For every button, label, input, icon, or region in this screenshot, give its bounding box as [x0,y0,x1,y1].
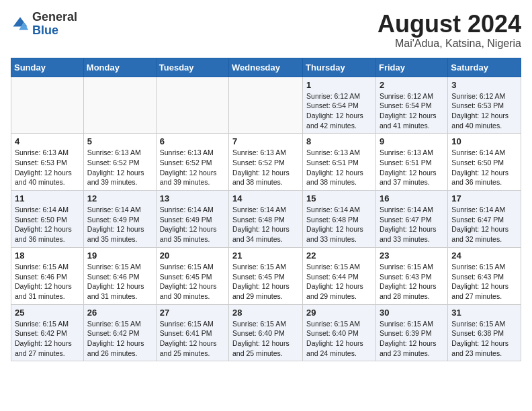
day-detail: Sunrise: 6:15 AM Sunset: 6:41 PM Dayligh… [160,319,225,359]
calendar-cell: 8Sunrise: 6:13 AM Sunset: 6:51 PM Daylig… [303,134,376,191]
day-number: 24 [451,250,517,261]
day-detail: Sunrise: 6:14 AM Sunset: 6:50 PM Dayligh… [15,205,80,244]
header: General Blue August 2024 Mai'Adua, Katsi… [11,11,521,50]
location: Mai'Adua, Katsina, Nigeria [378,38,521,50]
weekday-header-sunday: Sunday [11,58,84,77]
weekday-row: SundayMondayTuesdayWednesdayThursdayFrid… [11,58,521,77]
logo-general-text: General [32,10,77,24]
title-area: August 2024 Mai'Adua, Katsina, Nigeria [378,11,521,50]
calendar-cell: 20Sunrise: 6:15 AM Sunset: 6:45 PM Dayli… [156,247,228,304]
calendar-cell: 3Sunrise: 6:12 AM Sunset: 6:53 PM Daylig… [448,77,521,134]
calendar-cell: 22Sunrise: 6:15 AM Sunset: 6:44 PM Dayli… [303,247,376,304]
day-number: 5 [87,136,152,146]
day-number: 14 [232,193,299,203]
calendar-cell: 18Sunrise: 6:15 AM Sunset: 6:46 PM Dayli… [11,247,84,304]
day-number: 12 [87,193,152,203]
calendar-cell: 2Sunrise: 6:12 AM Sunset: 6:54 PM Daylig… [375,77,447,134]
calendar-cell: 27Sunrise: 6:15 AM Sunset: 6:41 PM Dayli… [156,304,228,361]
day-number: 28 [232,308,299,318]
calendar-cell: 14Sunrise: 6:14 AM Sunset: 6:48 PM Dayli… [229,191,303,248]
day-number: 22 [306,250,372,261]
calendar-cell: 5Sunrise: 6:13 AM Sunset: 6:52 PM Daylig… [83,134,156,191]
calendar-cell: 16Sunrise: 6:14 AM Sunset: 6:47 PM Dayli… [375,191,447,248]
calendar-cell: 21Sunrise: 6:15 AM Sunset: 6:45 PM Dayli… [229,247,303,304]
calendar-cell: 26Sunrise: 6:15 AM Sunset: 6:42 PM Dayli… [83,304,156,361]
weekday-header-thursday: Thursday [303,58,376,77]
day-detail: Sunrise: 6:15 AM Sunset: 6:42 PM Dayligh… [87,319,152,359]
calendar-cell: 31Sunrise: 6:15 AM Sunset: 6:38 PM Dayli… [448,304,521,361]
calendar-cell: 10Sunrise: 6:14 AM Sunset: 6:50 PM Dayli… [448,134,521,191]
calendar-cell: 13Sunrise: 6:14 AM Sunset: 6:49 PM Dayli… [156,191,228,248]
day-detail: Sunrise: 6:13 AM Sunset: 6:52 PM Dayligh… [87,148,152,187]
weekday-header-friday: Friday [375,58,447,77]
day-detail: Sunrise: 6:15 AM Sunset: 6:45 PM Dayligh… [160,262,225,302]
logo-blue-text: Blue [32,24,58,37]
day-detail: Sunrise: 6:15 AM Sunset: 6:43 PM Dayligh… [380,262,444,302]
calendar-cell: 25Sunrise: 6:15 AM Sunset: 6:42 PM Dayli… [11,304,84,361]
day-number: 3 [451,80,517,90]
day-detail: Sunrise: 6:14 AM Sunset: 6:50 PM Dayligh… [451,148,517,187]
calendar-cell: 23Sunrise: 6:15 AM Sunset: 6:43 PM Dayli… [375,247,447,304]
day-detail: Sunrise: 6:14 AM Sunset: 6:47 PM Dayligh… [451,205,517,244]
day-detail: Sunrise: 6:13 AM Sunset: 6:53 PM Dayligh… [15,148,80,187]
day-detail: Sunrise: 6:12 AM Sunset: 6:54 PM Dayligh… [380,91,444,131]
calendar-cell: 1Sunrise: 6:12 AM Sunset: 6:54 PM Daylig… [303,77,376,134]
day-number: 31 [451,308,517,318]
week-row-4: 18Sunrise: 6:15 AM Sunset: 6:46 PM Dayli… [11,247,521,304]
calendar-cell [11,77,84,134]
calendar-cell: 9Sunrise: 6:13 AM Sunset: 6:51 PM Daylig… [375,134,447,191]
day-number: 2 [380,80,444,90]
calendar-cell [156,77,228,134]
day-number: 26 [87,308,152,318]
calendar-cell [229,77,303,134]
day-detail: Sunrise: 6:13 AM Sunset: 6:52 PM Dayligh… [232,148,299,187]
day-detail: Sunrise: 6:13 AM Sunset: 6:51 PM Dayligh… [306,148,372,187]
calendar-cell: 6Sunrise: 6:13 AM Sunset: 6:52 PM Daylig… [156,134,228,191]
calendar-cell: 7Sunrise: 6:13 AM Sunset: 6:52 PM Daylig… [229,134,303,191]
week-row-3: 11Sunrise: 6:14 AM Sunset: 6:50 PM Dayli… [11,191,521,248]
day-detail: Sunrise: 6:15 AM Sunset: 6:40 PM Dayligh… [232,319,299,359]
calendar-cell: 12Sunrise: 6:14 AM Sunset: 6:49 PM Dayli… [83,191,156,248]
calendar-header: SundayMondayTuesdayWednesdayThursdayFrid… [11,58,521,77]
day-detail: Sunrise: 6:15 AM Sunset: 6:43 PM Dayligh… [451,262,517,302]
weekday-header-saturday: Saturday [448,58,521,77]
day-number: 13 [160,193,225,203]
calendar-cell: 17Sunrise: 6:14 AM Sunset: 6:47 PM Dayli… [448,191,521,248]
day-detail: Sunrise: 6:15 AM Sunset: 6:46 PM Dayligh… [87,262,152,302]
weekday-header-tuesday: Tuesday [156,58,228,77]
day-detail: Sunrise: 6:15 AM Sunset: 6:40 PM Dayligh… [306,319,372,359]
calendar-cell: 4Sunrise: 6:13 AM Sunset: 6:53 PM Daylig… [11,134,84,191]
day-number: 21 [232,250,299,261]
day-number: 29 [306,308,372,318]
day-detail: Sunrise: 6:13 AM Sunset: 6:52 PM Dayligh… [160,148,225,187]
calendar-cell: 11Sunrise: 6:14 AM Sunset: 6:50 PM Dayli… [11,191,84,248]
calendar-body: 1Sunrise: 6:12 AM Sunset: 6:54 PM Daylig… [11,77,521,361]
calendar-cell: 29Sunrise: 6:15 AM Sunset: 6:40 PM Dayli… [303,304,376,361]
day-detail: Sunrise: 6:15 AM Sunset: 6:42 PM Dayligh… [15,319,80,359]
calendar-cell [83,77,156,134]
month-year: August 2024 [378,11,521,38]
calendar-cell: 24Sunrise: 6:15 AM Sunset: 6:43 PM Dayli… [448,247,521,304]
day-detail: Sunrise: 6:15 AM Sunset: 6:38 PM Dayligh… [451,319,517,359]
day-number: 27 [160,308,225,318]
day-detail: Sunrise: 6:14 AM Sunset: 6:48 PM Dayligh… [232,205,299,244]
day-number: 20 [160,250,225,261]
day-detail: Sunrise: 6:15 AM Sunset: 6:44 PM Dayligh… [306,262,372,302]
day-number: 8 [306,136,372,146]
weekday-header-monday: Monday [83,58,156,77]
day-number: 23 [380,250,444,261]
calendar-cell: 15Sunrise: 6:14 AM Sunset: 6:48 PM Dayli… [303,191,376,248]
day-detail: Sunrise: 6:13 AM Sunset: 6:51 PM Dayligh… [380,148,444,187]
day-detail: Sunrise: 6:12 AM Sunset: 6:54 PM Dayligh… [306,91,372,131]
week-row-2: 4Sunrise: 6:13 AM Sunset: 6:53 PM Daylig… [11,134,521,191]
day-detail: Sunrise: 6:14 AM Sunset: 6:49 PM Dayligh… [160,205,225,244]
day-detail: Sunrise: 6:14 AM Sunset: 6:49 PM Dayligh… [87,205,152,244]
day-detail: Sunrise: 6:15 AM Sunset: 6:46 PM Dayligh… [15,262,80,302]
weekday-header-wednesday: Wednesday [229,58,303,77]
day-number: 1 [306,80,372,90]
day-number: 10 [451,136,517,146]
day-number: 9 [380,136,444,146]
day-detail: Sunrise: 6:15 AM Sunset: 6:45 PM Dayligh… [232,262,299,302]
day-number: 17 [451,193,517,203]
day-detail: Sunrise: 6:15 AM Sunset: 6:39 PM Dayligh… [380,319,444,359]
